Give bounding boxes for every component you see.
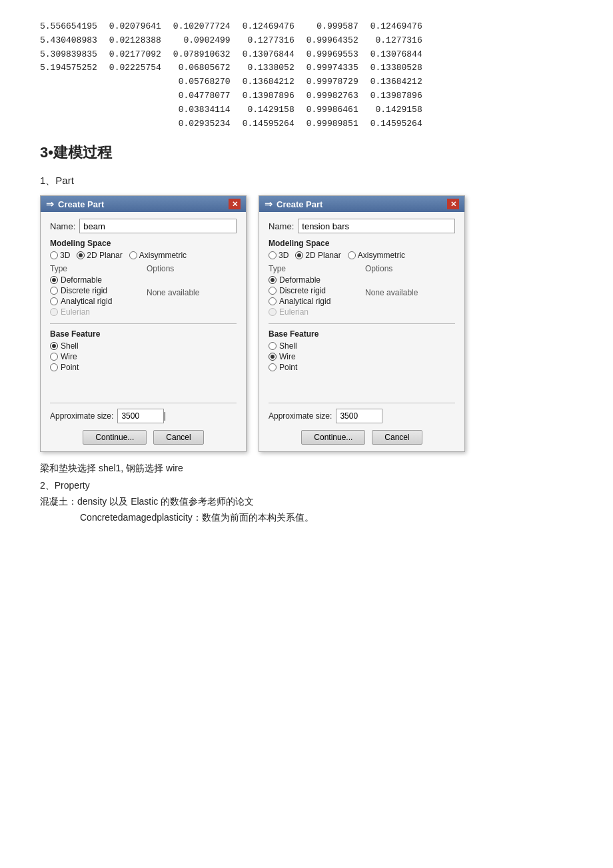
cursor-left: [165, 412, 165, 421]
options-col-right: Options None available: [358, 264, 455, 318]
separator-right: [269, 323, 455, 324]
options-col-left: Options None available: [140, 264, 237, 318]
radio-3d-right[interactable]: 3D: [269, 251, 289, 260]
table-cell: 0.078910632: [173, 48, 243, 62]
radio-deformable-left: [50, 276, 58, 284]
table-cell: 5.309839835: [40, 48, 109, 62]
separator-left: [50, 323, 237, 324]
radio-3d-label-left: 3D: [60, 251, 70, 260]
dialog-titlebar-right: ⇒ Create Part ✕: [259, 196, 464, 212]
name-label-left: Name:: [50, 221, 75, 231]
type-eulerian-right: Eulerian: [269, 307, 358, 317]
dialog-name-row-right: Name:: [269, 219, 455, 233]
radio-circle-axisymmetric-right: [348, 251, 356, 259]
radio-deformable-right: [269, 276, 277, 284]
type-discrete-label-right: Discrete rigid: [279, 286, 326, 295]
separator2-left: [50, 403, 237, 403]
table-cell: 0.99978729: [306, 75, 370, 89]
type-deformable-right[interactable]: Deformable: [269, 275, 358, 285]
cancel-btn-left[interactable]: Cancel: [153, 430, 203, 445]
radio-wire-right: [269, 353, 277, 361]
table-cell: 0.99982763: [306, 89, 370, 103]
table-cell: 0.02079641: [109, 20, 173, 34]
radio-point-left: [50, 363, 58, 371]
table-cell: 0.02128388: [109, 34, 173, 48]
bf-shell-right[interactable]: Shell: [269, 341, 455, 351]
table-cell: [40, 75, 109, 89]
type-label-left: Type: [50, 264, 140, 273]
base-feature-right: Base Feature Shell Wire Point: [269, 329, 455, 372]
type-col-left: Type Deformable Discrete rigid Analytica…: [50, 264, 140, 318]
dialog-titlebar-left: ⇒ Create Part ✕: [41, 196, 246, 212]
table-cell: 0.102077724: [173, 20, 243, 34]
table-cell: 0.1277316: [370, 34, 434, 48]
dialog-title-left: Create Part: [58, 199, 229, 209]
radio-3d-left[interactable]: 3D: [50, 251, 70, 260]
radio-eulerian-left: [50, 308, 58, 316]
table-cell: [109, 117, 173, 131]
type-eulerian-label-left: Eulerian: [61, 307, 90, 317]
radio-axisymmetric-right[interactable]: Axisymmetric: [348, 251, 405, 260]
type-analytical-left[interactable]: Analytical rigid: [50, 297, 140, 306]
bf-wire-left[interactable]: Wire: [50, 352, 237, 361]
table-cell: 0.1429158: [243, 103, 306, 117]
dialog-name-row-left: Name:: [50, 219, 237, 233]
bf-point-label-left: Point: [61, 363, 79, 372]
radio-discrete-right: [269, 287, 277, 295]
table-cell: 0.13076844: [370, 48, 434, 62]
table-cell: 0.13684212: [370, 75, 434, 89]
dialogs-row: ⇒ Create Part ✕ Name: Modeling Space 3D …: [40, 195, 573, 452]
dialog-close-right[interactable]: ✕: [447, 199, 459, 209]
table-cell: [40, 89, 109, 103]
bf-shell-label-left: Shell: [61, 341, 79, 351]
table-cell: 5.556654195: [40, 20, 109, 34]
radio-3d-label-right: 3D: [279, 251, 289, 260]
table-cell: 0.06805672: [173, 61, 243, 75]
radio-2d-left[interactable]: 2D Planar: [77, 251, 122, 260]
table-cell: [109, 103, 173, 117]
bf-shell-left[interactable]: Shell: [50, 341, 237, 351]
bf-wire-right[interactable]: Wire: [269, 352, 455, 361]
indent-note: Concretedamagedplasticity：数值为前面的本构关系值。: [80, 512, 573, 524]
type-deformable-left[interactable]: Deformable: [50, 275, 140, 285]
table-cell: 0.1429158: [370, 103, 434, 117]
type-discrete-left[interactable]: Discrete rigid: [50, 286, 140, 295]
name-input-right[interactable]: [298, 219, 455, 233]
cancel-btn-right[interactable]: Cancel: [372, 430, 422, 445]
bf-point-left[interactable]: Point: [50, 363, 237, 372]
continue-btn-left[interactable]: Continue...: [83, 430, 147, 445]
dialog-close-left[interactable]: ✕: [229, 199, 241, 209]
radio-axisymmetric-left[interactable]: Axisymmetric: [129, 251, 187, 260]
name-input-left[interactable]: [79, 219, 237, 233]
data-table: 5.5566541950.020796410.1020777240.124694…: [40, 20, 573, 131]
step2-label: 2、Property: [40, 480, 573, 492]
type-analytical-right[interactable]: Analytical rigid: [269, 297, 358, 306]
table-cell: 0.13684212: [243, 75, 306, 89]
approx-input-left[interactable]: [117, 409, 164, 423]
spacer-left: [50, 377, 237, 397]
type-discrete-right[interactable]: Discrete rigid: [269, 286, 358, 295]
radio-axisymmetric-label-left: Axisymmetric: [139, 251, 187, 260]
table-cell: 0.99974335: [306, 61, 370, 75]
none-available-right: None available: [365, 288, 455, 297]
radio-discrete-left: [50, 287, 58, 295]
radio-shell-right: [269, 342, 277, 350]
type-analytical-label-right: Analytical rigid: [279, 297, 330, 306]
dialog-body-right: Name: Modeling Space 3D 2D Planar Axisym…: [259, 212, 464, 451]
type-options-left: Type Deformable Discrete rigid Analytica…: [50, 264, 237, 318]
type-deformable-label-left: Deformable: [61, 275, 102, 285]
table-cell: 0.13987896: [370, 89, 434, 103]
radio-wire-left: [50, 353, 58, 361]
radio-shell-left: [50, 342, 58, 350]
continue-btn-right[interactable]: Continue...: [301, 430, 365, 445]
approx-input-right[interactable]: [336, 409, 382, 423]
bf-point-right[interactable]: Point: [269, 363, 455, 372]
radio-circle-3d-right: [269, 251, 277, 259]
radio-2d-right[interactable]: 2D Planar: [295, 251, 340, 260]
type-eulerian-left: Eulerian: [50, 307, 140, 317]
dialog-buttons-right: Continue... Cancel: [269, 430, 455, 445]
table-cell: 0.05768270: [173, 75, 243, 89]
table-row: 5.1945752520.022257540.068056720.1338052…: [40, 61, 434, 75]
radio-2d-label-left: 2D Planar: [87, 251, 122, 260]
table-cell: 0.99964352: [306, 34, 370, 48]
